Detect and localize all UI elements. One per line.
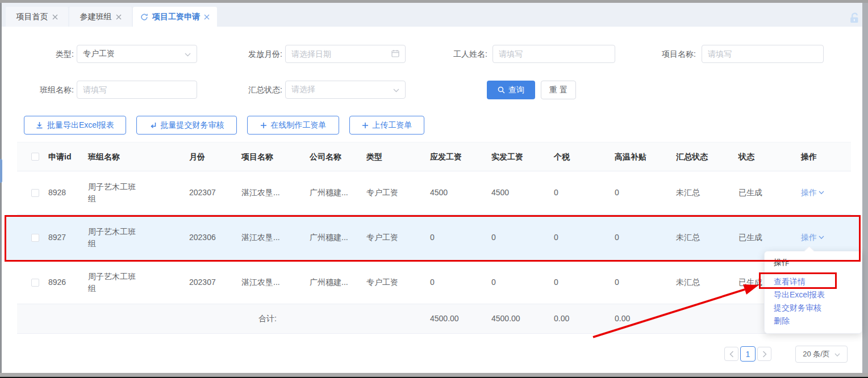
- next-page-button[interactable]: [757, 347, 771, 361]
- team-name-input[interactable]: [77, 81, 197, 99]
- tab-teams[interactable]: 参建班组: [69, 7, 132, 27]
- window-frame-right: [862, 3, 868, 375]
- pay-month-label: 发放月份:: [214, 45, 282, 63]
- close-icon[interactable]: [204, 14, 210, 20]
- cell-apply-id: 8926: [48, 276, 88, 288]
- cell-apply-id: 8928: [48, 187, 88, 198]
- team-name-field[interactable]: [83, 85, 191, 94]
- team-name-label: 班组名称:: [6, 81, 74, 99]
- page-size-value: 20 条/页: [803, 349, 830, 359]
- cell-project-name: 湛江农垦...: [241, 276, 310, 288]
- select-all-checkbox[interactable]: [31, 153, 39, 161]
- summary-label: 合计:: [241, 313, 310, 324]
- row-action-dropdown[interactable]: 操作: [801, 187, 824, 198]
- search-button[interactable]: 查询: [487, 81, 535, 99]
- download-icon: [36, 121, 43, 129]
- reset-button[interactable]: 重 置: [541, 81, 576, 99]
- table-summary-row: 合计: 4500.00 4500.00 0.00 0.00: [17, 304, 851, 334]
- menu-item-delete[interactable]: 删除: [774, 314, 853, 327]
- online-make-payroll-button[interactable]: 在线制作工资单: [247, 116, 339, 135]
- app-window: 项目首页 参建班组 项目工资申请 类型: 专户工资 发放月份: 工人姓名: 项目…: [0, 0, 868, 378]
- summary-paid: 4500.00: [491, 313, 554, 324]
- cell-team-name: 周子艺木工班组: [88, 226, 136, 249]
- col-company-name: 公司名称: [310, 151, 366, 162]
- col-tax: 个税: [554, 151, 615, 162]
- summary-state-placeholder: 请选择: [291, 85, 393, 95]
- table-row-selected: 8927 周子艺木工班组 202306 湛江农垦... 广州穗建... 专户工资…: [17, 215, 851, 261]
- worker-name-field[interactable]: [499, 49, 609, 58]
- cell-status: 已生成: [738, 232, 801, 243]
- page-number-current[interactable]: 1: [740, 346, 756, 362]
- cell-paid: 0: [491, 232, 554, 243]
- unlock-icon: [848, 11, 861, 25]
- type-label: 类型:: [6, 45, 74, 63]
- close-icon[interactable]: [116, 14, 122, 20]
- pay-month-input[interactable]: [285, 45, 406, 63]
- cell-summary-state: 未汇总: [676, 232, 738, 243]
- cell-type: 专户工资: [366, 232, 430, 243]
- cell-subsidy: 0: [615, 276, 676, 288]
- cell-month: 202306: [189, 232, 241, 243]
- cell-summary-state: 未汇总: [676, 187, 738, 198]
- plus-icon: [260, 122, 267, 129]
- cell-paid: 4500: [491, 187, 554, 198]
- cell-payable: 0: [430, 276, 491, 288]
- action-menu: 操作 查看详情 导出Excel报表 提交财务审核 删除: [764, 251, 862, 334]
- batch-submit-finance-button[interactable]: 批量提交财务审核: [136, 116, 237, 135]
- row-action-dropdown-open[interactable]: 操作: [801, 232, 824, 243]
- col-project-name: 项目名称: [241, 151, 310, 162]
- tab-project-wage-apply[interactable]: 项目工资申请: [133, 7, 217, 27]
- sidebar-collapse-handle[interactable]: [0, 159, 2, 183]
- type-select[interactable]: 专户工资: [77, 45, 197, 63]
- col-apply-id: 申请id: [48, 151, 88, 162]
- upload-payroll-button[interactable]: 上传工资单: [349, 116, 424, 135]
- chevron-down-icon: [185, 49, 191, 58]
- project-name-field[interactable]: [708, 49, 817, 58]
- project-name-input[interactable]: [702, 45, 824, 63]
- cell-summary-state: 未汇总: [676, 276, 738, 288]
- summary-subsidy: 0.00: [615, 313, 676, 324]
- submit-arrow-icon: [149, 121, 157, 129]
- row-checkbox[interactable]: [31, 279, 39, 287]
- cell-subsidy: 0: [615, 187, 676, 198]
- tab-project-home[interactable]: 项目首页: [6, 7, 68, 27]
- action-link-label: 操作: [801, 232, 817, 243]
- menu-item-submit-finance[interactable]: 提交财务审核: [774, 301, 853, 314]
- cell-project-name: 湛江农垦...: [241, 187, 310, 198]
- refresh-icon[interactable]: [140, 13, 148, 21]
- tab-label: 项目首页: [16, 12, 48, 22]
- chevron-down-icon: [819, 191, 824, 195]
- cell-type: 专户工资: [366, 187, 430, 198]
- prev-page-button[interactable]: [724, 347, 738, 361]
- window-frame-left: [0, 3, 2, 378]
- tab-label: 项目工资申请: [152, 12, 200, 22]
- cell-type: 专户工资: [366, 276, 430, 288]
- cell-team-name: 周子艺木工班组: [88, 181, 136, 204]
- cell-apply-id: 8927: [48, 232, 88, 243]
- menu-item-export-excel[interactable]: 导出Excel报表: [774, 288, 853, 301]
- summary-state-label: 汇总状态:: [214, 81, 282, 99]
- pay-month-field[interactable]: [291, 49, 391, 58]
- menu-item-view-detail[interactable]: 查看详情: [774, 275, 853, 288]
- row-checkbox[interactable]: [31, 234, 39, 242]
- row-checkbox[interactable]: [31, 189, 39, 197]
- summary-tax: 0.00: [554, 313, 615, 324]
- page-size-select[interactable]: 20 条/页: [795, 346, 848, 363]
- cell-tax: 0: [554, 276, 615, 288]
- table-row: 8928 周子艺木工班组 202307 湛江农垦... 广州穗建... 专户工资…: [17, 171, 851, 215]
- table-header-row: 申请id 班组名称 月份 项目名称 公司名称 类型 应发工资 实发工资 个税 高…: [17, 142, 851, 171]
- worker-name-label: 工人姓名:: [419, 45, 487, 63]
- col-action: 操作: [801, 151, 851, 162]
- summary-state-select[interactable]: 请选择: [285, 81, 406, 99]
- window-frame-bottom: [0, 373, 868, 377]
- button-label: 批量提交财务审核: [161, 120, 224, 131]
- action-link-label: 操作: [801, 187, 817, 198]
- table-row: 8926 周子艺木工班组 202307 湛江农垦... 广州穗建... 专户工资…: [17, 261, 851, 304]
- close-icon[interactable]: [52, 14, 58, 20]
- batch-export-excel-button[interactable]: 批量导出Excel报表: [24, 116, 126, 135]
- button-label: 批量导出Excel报表: [47, 120, 114, 131]
- plus-icon: [362, 122, 369, 129]
- cell-team-name: 周子艺木工班组: [88, 271, 136, 294]
- col-payable: 应发工资: [430, 151, 491, 162]
- worker-name-input[interactable]: [493, 45, 615, 63]
